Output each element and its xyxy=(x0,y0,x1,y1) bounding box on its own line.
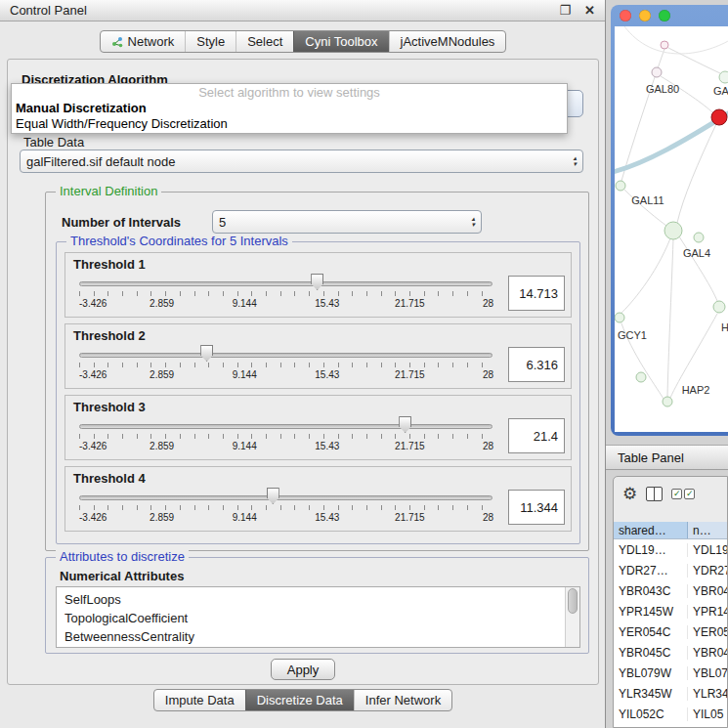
cell-shared-name: YBL079W xyxy=(614,666,688,680)
slider-tick-labels: -3.4262.8599.14415.4321.71528 xyxy=(79,369,492,381)
numerical-attributes-list[interactable]: SelfLoopsTopologicalCoefficientBetweenne… xyxy=(56,586,580,648)
interval-definition-group: Interval Definition Number of Intervals … xyxy=(45,192,589,551)
window-title: Control Panel xyxy=(10,3,87,18)
mac-minimize-button[interactable] xyxy=(639,10,651,21)
table-data-combo[interactable]: galFiltered.sif default node ▴▾ xyxy=(20,150,583,173)
tab-network[interactable]: Network xyxy=(101,31,186,52)
table-data-label: Table Data xyxy=(23,135,84,150)
table-row[interactable]: YBR045C YBR04 xyxy=(614,642,727,663)
table-header-row: shared… n… xyxy=(614,522,727,539)
list-scrollbar[interactable] xyxy=(565,587,579,647)
tick-label: 21.715 xyxy=(395,512,425,523)
tick-label: -3.426 xyxy=(79,441,107,451)
tick-label: 21.715 xyxy=(395,298,425,309)
table-row[interactable]: YER054C YER05 xyxy=(614,621,727,642)
tick-label: 2.859 xyxy=(150,298,174,309)
table-row[interactable]: YDR27… YDR27 xyxy=(614,560,727,580)
gear-icon[interactable]: ⚙ xyxy=(622,486,637,502)
slider-tick-labels: -3.4262.8599.14415.4321.71528 xyxy=(79,441,492,452)
tab-cyni-toolbox[interactable]: Cyni Toolbox xyxy=(293,31,388,52)
tick-label: 2.859 xyxy=(150,369,174,380)
columns-icon[interactable] xyxy=(646,487,663,501)
slider-thumb[interactable] xyxy=(311,274,323,290)
scrollbar-thumb[interactable] xyxy=(568,588,578,614)
cell-name: YPR14 xyxy=(688,605,727,619)
threshold-3-value-field[interactable]: 21.4 xyxy=(508,418,565,453)
number-of-intervals-combo[interactable]: 5 ▴▾ xyxy=(212,210,482,234)
tick-label: 9.144 xyxy=(233,298,257,309)
threshold-1-value-field[interactable]: 14.713 xyxy=(508,276,565,311)
table-row[interactable]: YDL19… YDL19 xyxy=(614,539,727,560)
list-items: SelfLoopsTopologicalCoefficientBetweenne… xyxy=(57,587,579,646)
tab-label: Infer Network xyxy=(365,693,441,707)
list-item[interactable]: SelfLoops xyxy=(57,590,579,609)
list-item[interactable]: BetweennessCentrality xyxy=(57,627,579,646)
tick-label: 21.715 xyxy=(395,369,425,380)
table-rows: YDL19… YDL19 YDR27… YDR27 YBR043C YBR04 xyxy=(614,539,727,728)
table-row[interactable]: YIL052C YIL05 xyxy=(614,704,727,724)
bottom-tabs-row: Impute Data Discretize Data Infer Networ… xyxy=(0,689,606,711)
mac-zoom-button[interactable] xyxy=(659,10,670,21)
table-row[interactable]: YLR345W YLR34 xyxy=(614,683,727,704)
bottom-tab-bar: Impute Data Discretize Data Infer Networ… xyxy=(153,689,452,711)
tab-impute-data[interactable]: Impute Data xyxy=(154,690,245,710)
threshold-4-slider[interactable]: -3.4262.8599.14415.4321.71528 xyxy=(75,487,496,528)
threshold-1-slider[interactable]: -3.4262.8599.14415.4321.71528 xyxy=(75,273,496,314)
slider-ticks xyxy=(79,434,492,439)
slider-ticks xyxy=(79,363,492,367)
cell-shared-name: YIL052C xyxy=(614,707,688,721)
threshold-4-label: Threshold 4 xyxy=(73,471,565,486)
select-none-icon[interactable]: ✓ xyxy=(684,489,695,499)
dropdown-placeholder-option[interactable]: Select algorithm to view settings xyxy=(12,85,567,101)
float-window-icon[interactable]: ❐ xyxy=(559,3,571,18)
tab-label: Cyni Toolbox xyxy=(305,34,377,49)
slider-thumb[interactable] xyxy=(200,345,213,362)
network-canvas[interactable]: GAL80GAGAL11GAL4HGCY1HAP2 xyxy=(615,26,728,432)
cell-name: YBL07 xyxy=(688,666,727,680)
column-header-name[interactable]: n… xyxy=(688,522,727,538)
threshold-3-slider[interactable]: -3.4262.8599.14415.4321.71528 xyxy=(75,415,496,456)
tick-label: 9.144 xyxy=(233,369,257,380)
apply-button[interactable]: Apply xyxy=(271,659,335,680)
slider-ticks xyxy=(79,505,492,510)
slider-tick-labels: -3.4262.8599.14415.4321.71528 xyxy=(79,298,492,310)
svg-text:HAP2: HAP2 xyxy=(682,384,710,396)
table-row[interactable]: YBL079W YBL07 xyxy=(614,663,727,683)
cell-name: YDR27 xyxy=(688,564,727,578)
table-panel-window: ⚙ ✓ ✓ shared… n… YDL19… YDL19 xyxy=(613,476,728,728)
cell-name: YBR04 xyxy=(688,584,727,598)
tab-infer-network[interactable]: Infer Network xyxy=(354,690,451,710)
table-panel-title: Table Panel xyxy=(618,450,684,465)
threshold-4-value-field[interactable]: 11.344 xyxy=(508,490,565,525)
mac-close-button[interactable] xyxy=(620,10,631,21)
tick-label: 15.43 xyxy=(315,298,339,309)
table-row[interactable]: YPR145W YPR14 xyxy=(614,601,727,621)
tick-label: 9.144 xyxy=(233,512,257,523)
dropdown-option-equal-width[interactable]: Equal Width/Frequency Discretization xyxy=(12,116,567,132)
list-item[interactable]: TopologicalCoefficient xyxy=(57,609,579,627)
threshold-2-slider[interactable]: -3.4262.8599.14415.4321.71528 xyxy=(75,344,496,385)
svg-text:GAL11: GAL11 xyxy=(631,194,664,206)
tab-style[interactable]: Style xyxy=(185,31,236,52)
threshold-2-value-field[interactable]: 6.316 xyxy=(508,347,565,382)
tab-jactivemnodules[interactable]: jActiveMNodules xyxy=(389,31,506,52)
select-all-icon[interactable]: ✓ xyxy=(671,489,682,499)
slider-thumb[interactable] xyxy=(267,488,279,504)
threshold-3-label: Threshold 3 xyxy=(73,400,565,414)
threshold-3-block: Threshold 3 -3.4262.8599.14415.4321.7152… xyxy=(64,395,572,460)
tick-label: 15.43 xyxy=(315,512,339,523)
cell-name: YLR34 xyxy=(688,687,727,701)
cell-name: YIL05 xyxy=(688,707,727,721)
table-panel-header[interactable]: Table Panel xyxy=(606,445,728,470)
network-svg[interactable]: GAL80GAGAL11GAL4HGCY1HAP2 xyxy=(615,26,728,432)
close-window-icon[interactable]: ✕ xyxy=(584,3,595,18)
number-of-intervals-label: Number of Intervals xyxy=(62,215,181,230)
slider-thumb[interactable] xyxy=(399,416,411,433)
table-row[interactable]: YBR043C YBR04 xyxy=(614,580,727,601)
interval-definition-legend: Interval Definition xyxy=(56,184,161,198)
dropdown-option-manual-discretization[interactable]: Manual Discretization xyxy=(12,101,567,116)
tab-select[interactable]: Select xyxy=(236,31,293,52)
column-header-shared-name[interactable]: shared… xyxy=(614,522,688,538)
threshold-2-block: Threshold 2 -3.4262.8599.14415.4321.7152… xyxy=(64,323,572,389)
tab-discretize-data[interactable]: Discretize Data xyxy=(245,690,354,710)
